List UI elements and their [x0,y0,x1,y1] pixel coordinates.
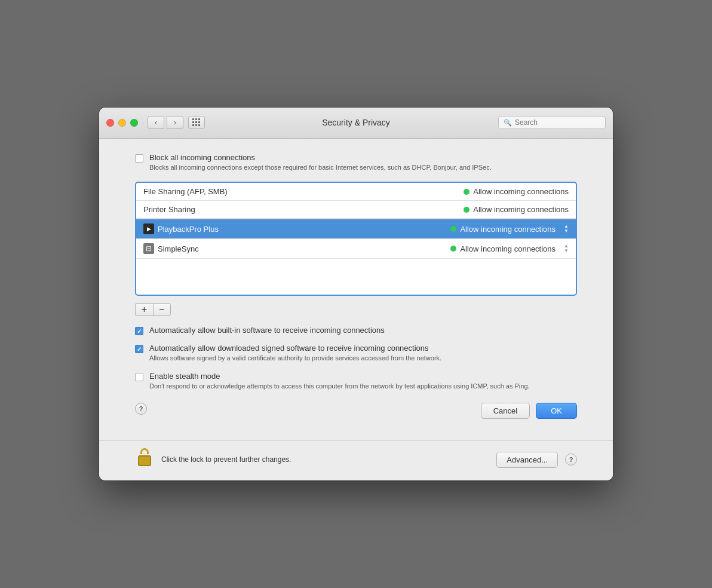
bottom-bar: Click the lock to prevent further change… [99,440,613,480]
cancel-button[interactable]: Cancel [481,403,530,419]
help-button-inline[interactable]: ? [135,403,147,415]
stepper-down-icon-2: ▼ [564,249,569,253]
auto-signed-sublabel: Allows software signed by a valid certif… [149,354,441,363]
grid-button[interactable] [188,116,205,129]
auto-signed-checkbox[interactable] [135,345,143,353]
auto-builtin-label-group: Automatically allow built-in software to… [149,326,385,335]
grid-icon [192,118,201,127]
block-all-row: Block all incoming connections Blocks al… [135,153,577,172]
app-name-printer-sharing: Printer Sharing [143,205,464,214]
app-row-file-sharing[interactable]: File Sharing (AFP, SMB) Allow incoming c… [136,183,576,201]
lock-shackle [140,448,149,454]
sync-icon [143,243,154,254]
add-app-button[interactable]: + [135,303,153,316]
green-dot-simplesync [450,246,456,252]
ok-button[interactable]: OK [536,403,577,419]
app-row-simplesync[interactable]: SimpleSync Allow incoming connections ▲ … [136,239,576,259]
forward-icon: › [174,118,176,127]
back-icon: ‹ [155,118,157,127]
minimize-button[interactable] [118,119,126,127]
auto-builtin-checkbox[interactable] [135,327,143,335]
stealth-mode-checkbox[interactable] [135,373,143,381]
block-all-label: Block all incoming connections [149,153,492,162]
nav-buttons: ‹ › [148,116,183,129]
app-status-printer-sharing: Allow incoming connections [464,205,569,214]
auto-builtin-row: Automatically allow built-in software to… [135,326,577,335]
auto-signed-checkbox-wrapper[interactable] [135,345,143,353]
app-status-file-sharing: Allow incoming connections [464,187,569,196]
close-button[interactable] [106,119,114,127]
search-input[interactable] [515,118,600,127]
main-content: Block all incoming connections Blocks al… [99,139,613,440]
green-dot-printer-sharing [464,207,469,213]
auto-signed-row: Automatically allow downloaded signed so… [135,344,577,363]
forward-button[interactable]: › [167,116,183,129]
title-bar: ‹ › Security & Privacy 🔍 [99,108,613,139]
block-all-label-group: Block all incoming connections Blocks al… [149,153,492,172]
stealth-mode-sublabel: Don't respond to or acknowledge attempts… [149,382,530,391]
search-icon: 🔍 [504,119,512,127]
green-dot-playbackpro [450,226,456,232]
block-all-sublabel: Blocks all incoming connections except t… [149,163,492,172]
auto-signed-label: Automatically allow downloaded signed so… [149,344,441,353]
remove-app-button[interactable]: − [153,303,171,316]
green-dot-file-sharing [464,189,469,195]
maximize-button[interactable] [130,119,138,127]
lock-body [138,455,151,466]
app-name-simplesync: SimpleSync [143,243,450,254]
block-all-checkbox[interactable] [135,154,143,163]
app-list-empty-area [136,259,576,295]
stealth-mode-row: Enable stealth mode Don't respond to or … [135,372,577,391]
playback-icon [143,223,154,234]
lock-text: Click the lock to prevent further change… [161,455,489,464]
window: ‹ › Security & Privacy 🔍 [99,108,613,480]
action-buttons-row: ? Cancel OK [135,403,577,419]
app-name-playbackpro: PlaybackPro Plus [143,223,450,234]
app-status-playbackpro: Allow incoming connections ▲ ▼ [450,224,569,234]
simplesync-stepper[interactable]: ▲ ▼ [564,244,569,253]
search-bar[interactable]: 🔍 [498,116,606,129]
app-row-printer-sharing[interactable]: Printer Sharing Allow incoming connectio… [136,201,576,219]
back-button[interactable]: ‹ [148,116,164,129]
lock-icon[interactable] [135,448,154,471]
app-row-playbackpro[interactable]: PlaybackPro Plus Allow incoming connecti… [136,219,576,239]
help-button-bottom[interactable]: ? [565,454,577,466]
stepper-down-icon: ▼ [564,229,569,234]
traffic-lights [106,119,138,127]
stealth-mode-checkbox-wrapper[interactable] [135,373,143,381]
apps-list: File Sharing (AFP, SMB) Allow incoming c… [135,182,577,296]
stealth-mode-label: Enable stealth mode [149,372,530,381]
add-remove-row: + − [135,303,577,316]
playbackpro-stepper[interactable]: ▲ ▼ [564,224,569,234]
app-name-file-sharing: File Sharing (AFP, SMB) [143,187,464,196]
auto-signed-label-group: Automatically allow downloaded signed so… [149,344,441,363]
auto-builtin-checkbox-wrapper[interactable] [135,327,143,335]
block-all-checkbox-wrapper[interactable] [135,154,143,163]
auto-builtin-label: Automatically allow built-in software to… [149,326,385,335]
stealth-mode-label-group: Enable stealth mode Don't respond to or … [149,372,530,391]
advanced-button[interactable]: Advanced... [496,452,558,468]
app-status-simplesync: Allow incoming connections ▲ ▼ [450,244,569,253]
window-title: Security & Privacy [322,118,390,127]
